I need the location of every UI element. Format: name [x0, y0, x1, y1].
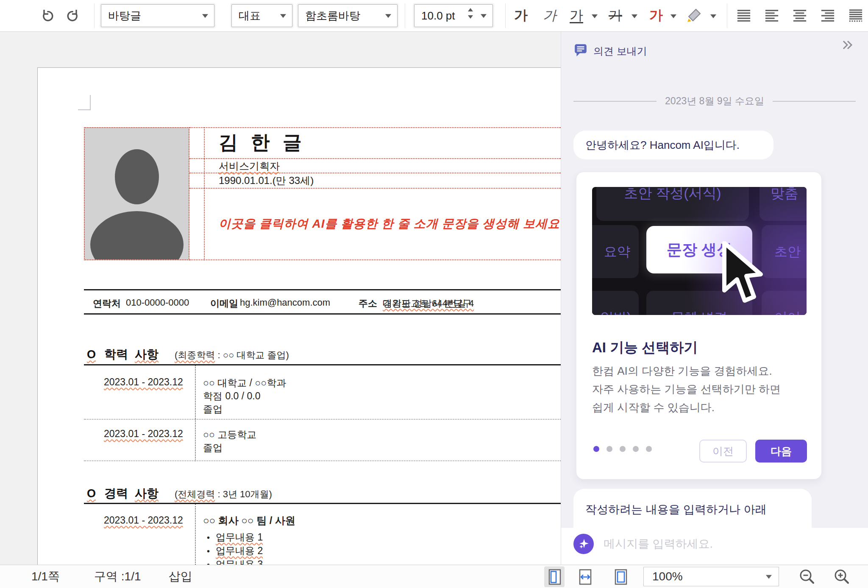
table-grid-line	[204, 127, 205, 260]
section-indicator[interactable]: 구역 :1/1	[94, 568, 141, 585]
chevron-down-icon	[202, 14, 208, 18]
address-rest: 대왕판교로 644번길 4	[383, 297, 474, 310]
spin-up-icon	[468, 8, 473, 11]
carousel-dot[interactable]	[620, 446, 626, 452]
ai-greeting-bubble: 안녕하세요? Hancom AI입니다.	[573, 131, 773, 159]
chat-date-divider: 2023년 8월 9일 수요일	[573, 95, 856, 108]
font-size-stepper[interactable]	[468, 8, 473, 19]
demo-key-summary: 요약	[592, 225, 639, 278]
align-center-button[interactable]	[790, 6, 809, 25]
strikethrough-button[interactable]: 가	[604, 5, 626, 26]
message-input[interactable]	[604, 534, 841, 554]
font-name-dropdown[interactable]: 함초롬바탕	[298, 4, 398, 27]
bold-button[interactable]: 가	[510, 5, 532, 26]
zoom-out-button[interactable]	[797, 566, 817, 587]
career-subtitle: (전체경력 : 3년 10개월)	[175, 488, 272, 501]
feedback-button[interactable]	[573, 43, 588, 59]
insert-mode-indicator[interactable]: 삽입	[169, 568, 192, 585]
align-left-button[interactable]	[762, 6, 781, 25]
align-justify-icon	[736, 8, 752, 23]
section-marker: O	[87, 348, 96, 361]
zoom-level-value: 100%	[652, 570, 683, 583]
font-color-button[interactable]: 가	[645, 5, 667, 26]
page-fit-icon	[545, 568, 563, 586]
education-status: 졸업	[203, 403, 223, 416]
profile-photo-placeholder	[84, 127, 189, 260]
align-left-icon	[764, 8, 780, 23]
panel-collapse-button[interactable]	[841, 39, 854, 53]
carousel-dot[interactable]	[606, 446, 612, 452]
view-whole-page-button[interactable]	[610, 566, 631, 587]
career-period: 2023.01 - 2023.12	[104, 515, 183, 526]
strikethrough-options-caret[interactable]	[632, 14, 637, 18]
career-heading: ○○ 회사 ○○ 팀 / 사원	[203, 514, 295, 527]
spin-down-icon	[468, 15, 473, 19]
table-row-divider	[84, 460, 561, 461]
career-task: •업무내용 3	[207, 558, 263, 565]
career-title: 경력	[104, 485, 128, 502]
education-school: ○○ 고등학교	[203, 428, 256, 441]
zoom-level-dropdown[interactable]: 100%	[643, 567, 779, 586]
section-rule	[84, 364, 561, 365]
next-button[interactable]: 다음	[755, 440, 807, 463]
chat-input-bar	[561, 528, 868, 565]
document-canvas[interactable]: 김 한 글 서비스기획자 1990.01.01.(만 33세) 이곳을 클릭하여…	[0, 32, 561, 565]
underline-button[interactable]: 가	[565, 5, 587, 26]
font-size-spinner[interactable]: 10.0 pt	[414, 4, 493, 27]
align-justify-button[interactable]	[734, 6, 753, 25]
font-size-value: 10.0 pt	[421, 9, 455, 22]
ai-onboarding-card: 초안 작성(서식) 맞춤 요약 문장 생성 초안 일반) 문체 변경 이어 AI…	[576, 172, 822, 479]
table-column-divider	[195, 504, 196, 565]
carousel-dot[interactable]	[633, 446, 639, 452]
page-indicator[interactable]: 1/1쪽	[31, 568, 60, 585]
toolbar-separator	[727, 3, 727, 28]
prev-button[interactable]: 이전	[699, 440, 747, 463]
undo-button[interactable]	[39, 6, 57, 25]
ai-intro-prompt[interactable]: 이곳을 클릭하여 AI를 활용한 한 줄 소개 문장을 생성해 보세요	[219, 216, 560, 232]
underline-options-caret[interactable]	[592, 14, 598, 18]
education-title: 학력	[104, 346, 128, 362]
divider-line	[773, 101, 856, 102]
font-color-caret[interactable]	[670, 14, 676, 18]
style-preset-dropdown[interactable]: 바탕글	[101, 4, 214, 27]
carousel-dot[interactable]	[593, 446, 599, 452]
zoom-in-button[interactable]	[832, 566, 852, 587]
view-page-fit-button[interactable]	[544, 566, 565, 587]
cursor-pointer-icon	[716, 241, 767, 311]
carousel-dots[interactable]	[593, 446, 652, 452]
outline-level-dropdown[interactable]: 대표	[231, 4, 292, 27]
bullet-icon: •	[207, 560, 210, 565]
zoom-out-icon	[798, 568, 816, 586]
card-title: AI 기능 선택하기	[592, 338, 698, 357]
align-center-icon	[792, 8, 808, 23]
resume-birth-date: 1990.01.01.(만 33세)	[219, 174, 314, 187]
redo-button[interactable]	[63, 6, 82, 25]
view-width-fit-button[interactable]	[575, 566, 595, 587]
double-chevron-right-icon	[841, 39, 854, 51]
toolbar-separator	[405, 3, 405, 28]
feedback-label[interactable]: 의견 보내기	[593, 45, 647, 58]
highlighter-caret[interactable]	[710, 14, 716, 18]
resume-job-title: 서비스기획자	[219, 159, 280, 173]
education-school: ○○ 대학교 / ○○학과	[203, 376, 286, 390]
phone-value: 010-0000-0000	[126, 297, 189, 308]
italic-button[interactable]: 가	[539, 5, 561, 26]
align-right-icon	[820, 8, 836, 23]
carousel-dot[interactable]	[646, 446, 652, 452]
zoom-in-icon	[832, 568, 851, 586]
career-title-2: 사항	[135, 485, 159, 502]
status-bar: 1/1쪽 구역 :1/1 삽입 100%	[0, 565, 868, 588]
align-right-button[interactable]	[818, 6, 837, 25]
card-description: 자주 사용하는 기능을 선택하기만 하면	[592, 382, 781, 397]
table-grid-line	[189, 127, 561, 128]
education-gpa: 학점 0.0 / 0.0	[203, 390, 261, 403]
education-subtitle: (최종학력 : ○○ 대학교 졸업)	[175, 349, 289, 362]
address-label: 주소	[359, 297, 377, 310]
chevron-down-icon	[385, 14, 391, 18]
align-distribute-button[interactable]	[846, 6, 865, 25]
ai-sparkle-icon	[573, 534, 594, 554]
highlighter-button[interactable]	[685, 6, 704, 25]
career-section-header: O 경력 사항 (전체경력 : 3년 10개월)	[87, 485, 272, 502]
toolbar-separator	[505, 3, 506, 28]
silhouette-head	[115, 149, 159, 204]
